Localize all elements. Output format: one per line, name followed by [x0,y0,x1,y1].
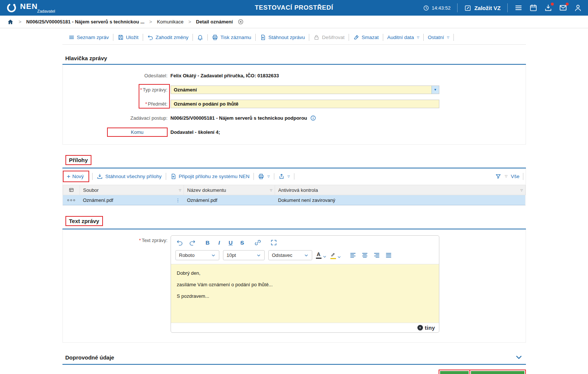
editor-statusbar: tiny [171,323,439,332]
breadcrumb-item-detail[interactable]: Detail oznámení [196,19,233,25]
delete-label: Smazat [362,34,379,41]
font-size-select[interactable]: 10pt [223,250,265,260]
column-filter-icon[interactable]: ▽ [270,188,272,192]
annotation-box: Odeslat [439,370,470,374]
save-button[interactable]: Uložit [113,34,143,41]
column-header-selector[interactable] [63,185,80,195]
message-list-label: Seznam zpráv [77,34,109,41]
select-dropdown-button[interactable]: ▾ [432,86,439,94]
send-button[interactable]: Odeslat [440,371,469,374]
column-header-antivirus[interactable]: Antivirová kontrola ▽ [275,185,525,195]
other-dropdown[interactable]: Ostatní ▽ [424,34,454,41]
redo-icon[interactable] [189,239,196,246]
hamburger-icon [514,4,523,12]
undo-icon [147,34,154,41]
editor-content-area[interactable]: Dobrý den, zasíláme Vám oznámení o podán… [171,264,439,323]
message-list-button[interactable]: Seznam zpráv [64,34,113,41]
align-left-icon[interactable] [349,252,356,259]
main-menu-button[interactable] [514,4,523,12]
calendar-button[interactable] [529,4,537,12]
user-profile-button[interactable] [574,4,582,12]
bold-button[interactable]: B [205,239,211,246]
font-family-select[interactable]: Roboto [175,250,219,260]
kebab-menu-icon[interactable]: ⋮ [175,197,180,203]
align-center-icon[interactable] [361,252,368,259]
decrypt-button[interactable]: Dešifrovat [309,34,349,41]
info-button[interactable] [310,115,316,121]
link-icon[interactable] [254,239,261,246]
downloads-button[interactable] [544,4,552,12]
edit-icon [464,4,471,12]
filter-icon[interactable] [495,173,501,180]
messages-button[interactable] [559,4,567,12]
attach-from-nen-label: Připojit přílohu ze systému NEN [179,173,250,180]
italic-button[interactable]: I [216,239,222,246]
align-justify-icon[interactable] [385,252,392,259]
subject-input[interactable]: Oznámení o podání po lhůtě [171,100,439,108]
chevron-down-icon: ▽ [417,36,419,39]
export-attachments-dropdown[interactable]: ▽ [274,173,294,180]
align-right-icon[interactable] [373,252,380,259]
print-attachments-dropdown[interactable]: ▽ [254,173,274,180]
print-record-button[interactable]: Tisk záznamu [208,34,256,41]
undo-icon[interactable] [176,239,183,246]
download-all-attachments-button[interactable]: Stáhnout všechny přílohy [92,173,166,180]
chevron-down-icon: ▽ [267,175,269,178]
discard-changes-button[interactable]: Zahodit změny [143,34,193,41]
file-download-icon [260,34,266,41]
notifications-subscribe-button[interactable] [193,34,208,41]
chevron-down-icon [337,255,341,259]
tiny-brand: tiny [425,325,435,331]
nen-logo[interactable]: NEN Zadavatel [6,2,55,13]
subject-value: Oznámení o podání po lhůtě [171,101,239,107]
notification-badge [551,3,554,6]
highlight-color-swatch [330,258,336,259]
create-vz-label: Založit VZ [474,5,501,11]
row-menu-icon[interactable] [66,199,76,201]
fullscreen-icon[interactable] [270,239,277,246]
section-header: Přílohy [62,154,526,168]
editor-toolbar-row2: Roboto 10pt Odstavec A [171,248,439,264]
attach-document-icon [170,173,177,180]
nen-logo-icon [6,2,17,13]
audit-data-dropdown[interactable]: Auditní data ▽ [383,34,424,41]
breadcrumb-item-komunikace[interactable]: Komunikace [157,19,184,25]
home-icon [7,19,14,25]
column-filter-icon[interactable]: ▽ [520,188,523,192]
sign-and-send-button[interactable]: Podepsat a odeslat [471,371,524,374]
column-filter-icon[interactable]: ▽ [179,188,181,192]
strikethrough-button[interactable]: S [239,239,245,246]
save-icon [117,34,124,41]
required-marker: * [145,101,147,107]
editor-toolbar-row1: B I U S [171,236,439,248]
form-row-subject: *Předmět: Oznámení o podání po lhůtě [63,97,526,111]
new-attachment-button[interactable]: + Nový [63,171,90,182]
underline-button[interactable]: U [228,239,234,246]
table-row[interactable]: Oznámení.pdf ⋮ Oznámení.pdf Dokument nen… [63,195,525,205]
column-header-file-label: Soubor [83,187,99,193]
download-message-button[interactable]: Stáhnout zprávu [256,34,309,41]
breadcrumb-item-procedure[interactable]: N006/25/V00005181 - Nájem serverů s tech… [26,19,145,25]
column-header-document-name[interactable]: Název dokumentu ▽ [184,185,275,195]
text-color-button[interactable]: A [316,252,327,259]
create-vz-button[interactable]: Založit VZ [464,4,501,12]
highlight-color-button[interactable] [330,252,341,259]
message-type-select[interactable]: Oznámení ▾ [171,86,439,94]
recipient-value: Dodavatel - školení 4; [171,129,220,135]
clock-icon [423,5,429,11]
expand-section-button[interactable] [515,353,523,361]
block-format-select[interactable]: Odstavec [268,250,312,260]
column-header-file[interactable]: Soubor ▽ [80,185,184,195]
delete-button[interactable]: Smazat [349,34,383,41]
grid-icon [68,187,74,193]
section-accompanying-data: Doprovodné údaje [62,352,526,365]
attachments-toolbar: + Nový Stáhnout všechny přílohy Připojit… [63,168,526,185]
recipient-label[interactable]: Komu [107,128,168,137]
message-type-label: *Typ zprávy: [63,87,171,93]
attach-from-nen-button[interactable]: Připojit přílohu ze systému NEN [166,173,254,180]
action-buttons: Odeslat Podepsat a odeslat [62,370,526,374]
section-title: Hlavička zprávy [65,55,107,61]
home-button[interactable] [7,19,14,25]
close-tab-button[interactable] [238,19,244,25]
filter-all-button[interactable]: Vše [511,173,519,180]
